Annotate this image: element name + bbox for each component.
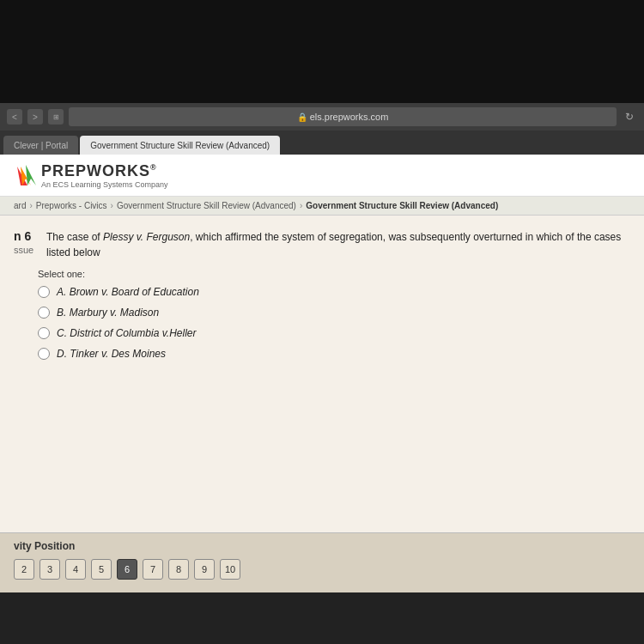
option-label-c[interactable]: C. District of Columbia v.Heller [57,327,197,339]
option-a-prefix: A. [57,286,70,298]
back-button[interactable]: < [7,109,22,125]
question-text: The case of Plessy v. Ferguson, which af… [46,229,630,260]
breadcrumb-sep-3: › [300,201,302,210]
option-b-text: Marbury v. Madison [70,307,159,319]
logo-main-text: PREPWORKS® [41,162,168,180]
question-issue: ssue [14,245,39,255]
radio-b[interactable] [38,307,50,319]
breadcrumb-item-3[interactable]: Government Structure Skill Review (Advan… [117,201,296,210]
radio-c[interactable] [38,327,50,339]
page-btn-10[interactable]: 10 [220,559,240,580]
page-content: PREPWORKS® An ECS Learning Systems Compa… [0,155,644,592]
page-btn-8[interactable]: 8 [168,559,189,580]
question-text-italic: Plessy v. Ferguson [103,231,190,243]
option-label-a[interactable]: A. Brown v. Board of Education [57,286,199,298]
option-b-prefix: B. [57,307,70,319]
question-number: n 6 [14,229,39,243]
radio-a[interactable] [38,286,50,298]
view-button[interactable]: ⊞ [48,109,64,125]
logo-area: PREPWORKS® An ECS Learning Systems Compa… [0,155,644,197]
browser-toolbar: < > ⊞ 🔒 els.prepworks.com ↻ [0,103,644,131]
breadcrumb-sep-2: › [111,201,113,210]
breadcrumb: ard › Prepworks - Civics › Government St… [0,197,644,216]
breadcrumb-sep-1: › [29,201,32,210]
page-btn-5[interactable]: 5 [91,559,112,580]
breadcrumb-item-1[interactable]: ard [14,201,26,210]
reload-button[interactable]: ↻ [622,109,637,125]
page-btn-6[interactable]: 6 [117,559,137,580]
svg-marker-3 [26,165,36,185]
logo-sub-text: An ECS Learning Systems Company [41,180,168,189]
browser-chrome: < > ⊞ 🔒 els.prepworks.com ↻ Clever | Por… [0,103,644,155]
option-d-prefix: D. [57,348,70,360]
breadcrumb-item-4: Government Structure Skill Review (Advan… [306,201,498,210]
options-list: A. Brown v. Board of Education B. Marbur… [38,286,630,360]
option-c-prefix: C. [57,327,70,339]
breadcrumb-item-2[interactable]: Prepworks - Civics [36,201,107,210]
logo-icon [14,161,41,189]
address-bar[interactable]: 🔒 els.prepworks.com [69,107,617,126]
tab-government-structure[interactable]: Government Structure Skill Review (Advan… [80,136,280,155]
option-label-b[interactable]: B. Marbury v. Madison [57,307,159,319]
radio-d[interactable] [38,348,50,360]
browser-tabs: Clever | Portal Government Structure Ski… [0,131,644,155]
option-item-d: D. Tinker v. Des Moines [38,348,630,360]
option-d-text: Tinker v. Des Moines [70,348,166,360]
question-left: n 6 ssue [14,229,39,255]
option-item-c: C. District of Columbia v.Heller [38,327,630,339]
pagination: 2345678910 [14,559,630,580]
page-btn-2[interactable]: 2 [14,559,34,580]
option-a-text: Brown v. Board of Education [70,286,199,298]
option-c-text: District of Columbia v.Heller [70,327,196,339]
option-item-a: A. Brown v. Board of Education [38,286,630,298]
page-btn-3[interactable]: 3 [39,559,60,580]
select-one-label: Select one: [38,269,630,279]
bottom-area: vity Position 2345678910 [0,532,644,592]
lock-icon: 🔒 [297,112,307,122]
url-text: els.prepworks.com [310,112,389,122]
forward-button[interactable]: > [27,109,43,125]
question-text-before: The case of [46,231,103,243]
question-area: n 6 ssue The case of Plessy v. Ferguson,… [0,216,644,382]
activity-position-label: vity Position [14,540,630,552]
option-label-d[interactable]: D. Tinker v. Des Moines [57,348,166,360]
page-btn-4[interactable]: 4 [65,559,86,580]
top-dark-area [0,0,644,103]
tab-clever-portal[interactable]: Clever | Portal [3,136,78,155]
question-header: n 6 ssue The case of Plessy v. Ferguson,… [14,229,630,260]
taskbar [0,592,644,644]
page-btn-9[interactable]: 9 [194,559,215,580]
logo-text-area: PREPWORKS® An ECS Learning Systems Compa… [41,162,168,189]
option-item-b: B. Marbury v. Madison [38,307,630,319]
page-btn-7[interactable]: 7 [143,559,163,580]
